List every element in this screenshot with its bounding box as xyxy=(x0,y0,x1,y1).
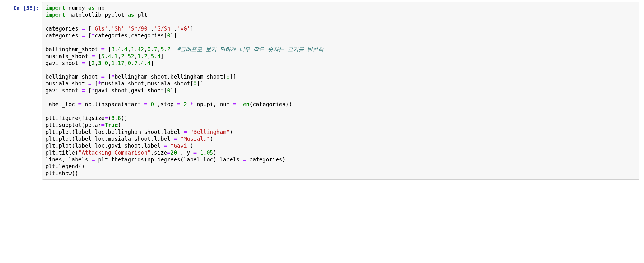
code-line[interactable]: plt.title("Attacking Comparison",size=20… xyxy=(45,149,636,156)
code-token: 1.05 xyxy=(200,149,213,156)
code-token: [ xyxy=(85,60,91,66)
code-line[interactable]: musiala_shot = [*musiala_shoot,musiala_s… xyxy=(45,80,636,87)
code-token: plt.figure(figsize xyxy=(45,115,105,121)
code-token: , xyxy=(147,53,151,59)
code-line[interactable]: plt.plot(label_loc,gavi_shoot,label = "G… xyxy=(45,142,636,149)
code-token: = xyxy=(88,80,91,87)
code-token: #그래프로 보기 편하게 너무 작은 숫자는 크기를 변환함 xyxy=(177,46,324,52)
code-token: categories) xyxy=(246,156,285,163)
code-token: 4.4 xyxy=(141,60,151,66)
code-token: gavi_shoot xyxy=(45,87,82,94)
code-input-area[interactable]: import numpy as npimport matplotlib.pypl… xyxy=(42,2,639,180)
code-token: 0.7 xyxy=(147,46,157,52)
code-token: = xyxy=(82,32,85,39)
code-token: 0.7 xyxy=(128,60,137,66)
code-token: , xyxy=(95,60,98,66)
code-token xyxy=(180,101,183,107)
code-token: 4.4 xyxy=(118,46,128,52)
code-line[interactable]: plt.legend() xyxy=(45,163,636,170)
code-token: (categories)) xyxy=(249,101,292,107)
code-line[interactable] xyxy=(45,108,636,115)
code-token: [ xyxy=(85,32,91,39)
code-token: plt.legend() xyxy=(45,163,85,169)
code-line[interactable]: gavi_shoot = [*gavi_shoot,gavi_shoot[0]] xyxy=(45,87,636,94)
code-token: [ xyxy=(95,53,101,59)
code-line[interactable]: plt.show() xyxy=(45,170,636,177)
code-line[interactable]: bellingham_shoot = [3,4.4,1.42,0.7,5.2] … xyxy=(45,46,636,53)
code-token: = xyxy=(82,87,85,94)
code-token: gavi_shoot,gavi_shoot[ xyxy=(95,87,167,94)
code-token: = xyxy=(105,115,108,121)
code-token: , xyxy=(128,46,131,52)
code-line[interactable]: lines, labels = plt.thetagrids(np.degree… xyxy=(45,156,636,163)
code-line[interactable]: plt.plot(label_loc,musiala_shoot,label =… xyxy=(45,136,636,142)
code-token: "Attacking Comparison" xyxy=(78,149,151,156)
code-token: plt.plot(label_loc,musiala_shoot,label xyxy=(45,136,174,142)
code-token: * xyxy=(111,73,114,80)
code-token: len xyxy=(239,101,249,107)
code-line[interactable]: import matplotlib.pyplot as plt xyxy=(45,12,636,18)
code-token: 3.0 xyxy=(98,60,108,66)
code-token: ) xyxy=(190,142,193,149)
code-token: 0 xyxy=(151,101,154,107)
code-line[interactable] xyxy=(45,18,636,25)
code-token: = xyxy=(144,101,147,107)
code-token: ] xyxy=(151,60,154,66)
code-token: = xyxy=(174,136,177,142)
code-token: np xyxy=(95,5,105,11)
code-token: as xyxy=(128,12,134,18)
code-token: 5 xyxy=(101,53,105,59)
code-token: 2 xyxy=(91,60,95,66)
code-token: numpy xyxy=(65,5,88,11)
code-line[interactable]: bellingham_shoot = [*bellingham_shoot,be… xyxy=(45,73,636,80)
code-token xyxy=(197,149,200,156)
code-token: [ xyxy=(85,25,91,32)
code-token: [ xyxy=(105,46,111,52)
code-token: "Musiala" xyxy=(180,136,210,142)
code-line[interactable]: musiala_shoot = [5,4.1,2.52,1.2,5.4] xyxy=(45,53,636,60)
code-token xyxy=(187,101,190,107)
code-token: * xyxy=(98,80,101,87)
code-line[interactable]: plt.subplot(polar=True) xyxy=(45,122,636,129)
code-token: [ xyxy=(105,73,111,80)
code-token: import xyxy=(45,12,65,18)
code-token: * xyxy=(91,32,95,39)
code-token: = xyxy=(233,101,236,107)
code-token: plt.subplot(polar xyxy=(45,122,101,128)
code-token: 0 xyxy=(167,32,170,39)
code-token xyxy=(236,101,239,107)
code-token xyxy=(147,101,151,107)
code-token: 0 xyxy=(226,73,229,80)
code-token: ]] xyxy=(170,87,177,94)
code-line[interactable] xyxy=(45,66,636,73)
code-token: 2.52 xyxy=(121,53,134,59)
code-token: 0 xyxy=(193,80,197,87)
code-token: ) xyxy=(118,122,121,128)
code-token: plt.thetagrids(np.degrees(label_loc),lab… xyxy=(95,156,243,163)
code-line[interactable]: categories = ['Gls','Sh','Sh/90','G/Sh',… xyxy=(45,25,636,32)
code-token: plt.plot(label_loc,gavi_shoot,label xyxy=(45,142,164,149)
code-token: True xyxy=(105,122,118,128)
code-token: 1.17 xyxy=(111,60,124,66)
code-token: , xyxy=(144,46,147,52)
code-token: 2 xyxy=(184,101,187,107)
code-line[interactable]: categories = [*categories,categories[0]] xyxy=(45,32,636,39)
code-line[interactable]: import numpy as np xyxy=(45,5,636,12)
code-token: 20 xyxy=(170,149,177,156)
code-token: ] xyxy=(190,25,193,32)
code-line[interactable] xyxy=(45,94,636,101)
code-token: gavi_shoot xyxy=(45,60,82,66)
code-token: = xyxy=(183,129,187,135)
code-token: = xyxy=(82,60,85,66)
code-token: musiala_shoot xyxy=(45,53,91,59)
code-token: 8 xyxy=(111,115,114,121)
code-line[interactable] xyxy=(45,39,636,46)
code-line[interactable]: plt.plot(label_loc,bellingham_shoot,labe… xyxy=(45,129,636,136)
code-token: , xyxy=(124,25,128,32)
code-token: 1.42 xyxy=(131,46,144,52)
code-line[interactable]: gavi_shoot = [2,3.0,1.17,0.7,4.4] xyxy=(45,60,636,67)
code-line[interactable]: label_loc = np.linspace(start = 0 ,stop … xyxy=(45,101,636,108)
code-token: 'Gls' xyxy=(91,25,108,32)
code-token: , xyxy=(105,53,108,59)
code-line[interactable]: plt.figure(figsize=(8,8)) xyxy=(45,115,636,122)
